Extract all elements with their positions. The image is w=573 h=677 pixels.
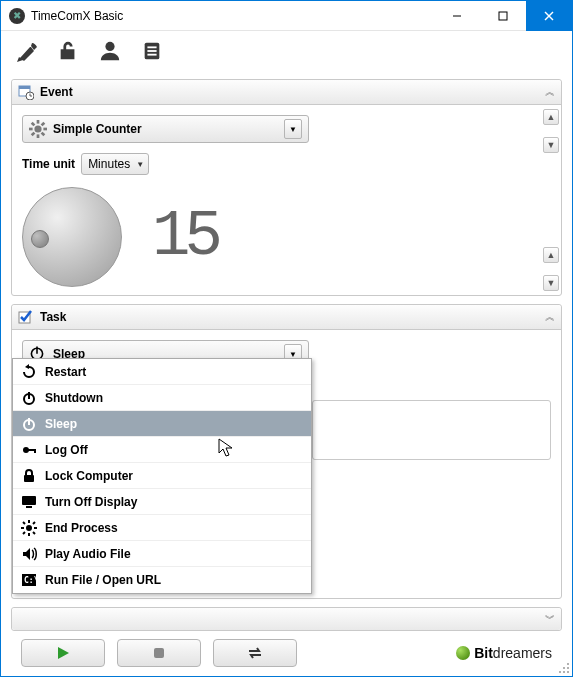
scroll-up-icon[interactable]: ▲ [543, 109, 559, 125]
svg-text:C:\: C:\ [24, 576, 37, 585]
task-dropdown-list: Restart Shutdown Sleep Log Off Lock Comp… [12, 358, 312, 594]
svg-rect-47 [154, 648, 164, 658]
task-details-panel [312, 400, 551, 460]
svg-line-22 [32, 133, 35, 136]
restart-icon [21, 364, 37, 380]
task-section-header[interactable]: Task ︽ [12, 305, 561, 330]
task-option-sleep[interactable]: Sleep [13, 411, 311, 437]
collapse-icon[interactable]: ︽ [545, 310, 555, 324]
task-option-play-audio[interactable]: Play Audio File [13, 541, 311, 567]
time-unit-label: Time unit [22, 157, 75, 171]
power-icon [21, 416, 37, 432]
svg-rect-33 [24, 475, 34, 482]
svg-point-14 [34, 125, 41, 132]
task-option-logoff[interactable]: Log Off [13, 437, 311, 463]
lock-icon [21, 468, 37, 484]
svg-rect-10 [19, 86, 30, 89]
svg-line-41 [23, 522, 25, 524]
svg-point-36 [26, 525, 32, 531]
event-section-title: Event [40, 85, 545, 99]
task-option-run-file[interactable]: C:\ Run File / Open URL [13, 567, 311, 593]
shutdown-icon [21, 390, 37, 406]
chevron-down-icon: ▼ [136, 160, 144, 169]
task-option-lock[interactable]: Lock Computer [13, 463, 311, 489]
toolbar [1, 31, 572, 73]
expand-icon[interactable]: ︾ [545, 612, 555, 626]
calendar-clock-icon [18, 84, 34, 100]
time-unit-select[interactable]: Minutes ▼ [81, 153, 149, 175]
counter-display: 15 [152, 201, 217, 273]
event-section: Event ︽ ▲ ▼ ▲ ▼ Simple Counter ▼ Time un… [11, 79, 562, 296]
task-option-end-process[interactable]: End Process [13, 515, 311, 541]
speaker-icon [21, 546, 37, 562]
minimize-button[interactable] [434, 1, 480, 31]
titlebar: ✖ TimeComX Basic [1, 1, 572, 31]
chevron-down-icon[interactable]: ▼ [284, 119, 302, 139]
task-option-shutdown[interactable]: Shutdown [13, 385, 311, 411]
scroll-down-icon[interactable]: ▼ [543, 275, 559, 291]
event-mode-dropdown[interactable]: Simple Counter ▼ [22, 115, 309, 143]
check-icon [18, 309, 34, 325]
gear-icon [21, 520, 37, 536]
app-icon: ✖ [9, 8, 25, 24]
svg-point-50 [567, 667, 569, 669]
bottom-bar: Bitdreamers [11, 639, 562, 667]
window-title: TimeComX Basic [31, 9, 434, 23]
svg-rect-34 [22, 496, 36, 505]
svg-point-48 [567, 663, 569, 665]
collapse-icon[interactable]: ︽ [545, 85, 555, 99]
maximize-button[interactable] [480, 1, 526, 31]
svg-point-4 [105, 42, 114, 51]
svg-point-51 [559, 671, 561, 673]
timer-dial[interactable] [22, 187, 122, 287]
svg-rect-1 [499, 12, 507, 20]
svg-line-20 [42, 133, 45, 136]
svg-line-43 [33, 522, 35, 524]
resize-grip-icon[interactable] [557, 661, 571, 675]
log-icon[interactable] [141, 40, 165, 64]
time-unit-value: Minutes [88, 157, 130, 171]
svg-rect-35 [26, 506, 32, 508]
gear-icon [29, 120, 47, 138]
task-option-display-off[interactable]: Turn Off Display [13, 489, 311, 515]
extra-section-1[interactable]: ︾ [11, 607, 562, 631]
brand-dot-icon [456, 646, 470, 660]
event-section-header[interactable]: Event ︽ [12, 80, 561, 105]
svg-line-19 [32, 123, 35, 126]
repeat-button[interactable] [213, 639, 297, 667]
brand-logo[interactable]: Bitdreamers [456, 645, 552, 661]
svg-point-53 [567, 671, 569, 673]
svg-line-44 [23, 532, 25, 534]
settings-icon[interactable] [15, 40, 39, 64]
lock-icon[interactable] [57, 40, 81, 64]
terminal-icon: C:\ [21, 572, 37, 588]
stop-button[interactable] [117, 639, 201, 667]
scroll-down-icon[interactable]: ▼ [543, 137, 559, 153]
close-button[interactable] [526, 1, 572, 31]
task-section-title: Task [40, 310, 545, 324]
svg-line-42 [33, 532, 35, 534]
svg-point-52 [563, 671, 565, 673]
start-button[interactable] [21, 639, 105, 667]
user-icon[interactable] [99, 40, 123, 64]
task-option-restart[interactable]: Restart [13, 359, 311, 385]
svg-point-49 [563, 667, 565, 669]
key-icon [21, 442, 37, 458]
event-mode-label: Simple Counter [53, 122, 284, 136]
monitor-icon [21, 494, 37, 510]
task-section: Task ︽ Sleep ▼ Restart Shutdown [11, 304, 562, 599]
svg-line-21 [42, 123, 45, 126]
dial-handle-icon[interactable] [31, 230, 49, 248]
scroll-up-icon[interactable]: ▲ [543, 247, 559, 263]
svg-rect-32 [34, 449, 36, 453]
